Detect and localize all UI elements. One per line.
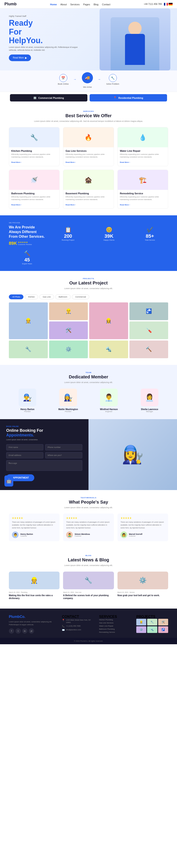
booking-image-panel: 👩‍🔧 [88, 419, 177, 490]
team-tag: TEAM [9, 372, 168, 374]
service-read-more-2[interactable]: Read More › [120, 161, 130, 163]
footer-project-thumb-1[interactable]: 🔧 [147, 619, 157, 625]
service-card-body-1: Gas Line Services Efficiently expanding … [63, 147, 113, 166]
contact-text-0: 1234 Main Street New York, NY 10001 [66, 619, 94, 624]
stats-rating: 89K ★★★★★ Customer Review [9, 241, 45, 246]
project-img-6[interactable]: 🔩 [89, 341, 128, 358]
service-read-more-1[interactable]: Read More › [66, 161, 76, 163]
location-input[interactable] [45, 452, 82, 458]
stat-icon-0: 📋 [50, 227, 86, 233]
team-name-3: Shelia Lawrence [131, 408, 168, 410]
service-card-1: 🔥 Gas Line Services Efficiently expandin… [63, 127, 114, 166]
author-title-0: Customer [20, 535, 33, 537]
project-img-5[interactable]: 👷‍♀️ [89, 302, 128, 339]
footer-services-list: Kitchen PlumbingGas Line ServicesWater L… [99, 619, 131, 633]
stat-label-0: Running Project [50, 239, 86, 241]
first-name-input[interactable] [6, 444, 43, 451]
service-icon-1: 🔥 [63, 127, 113, 147]
filter-tab-1[interactable]: Kitchen [25, 294, 38, 299]
language-selector[interactable] [164, 3, 173, 5]
service-card-title-3: Bathroom Plumbing [11, 192, 57, 195]
blog-tag: BLOG [9, 555, 168, 557]
blog-card-0: 👷 March 20, 2024 · Plumbing Making this … [9, 571, 60, 602]
footer-project-thumb-2[interactable]: 🛠️ [158, 619, 168, 625]
filter-tab-0[interactable]: All Photo [9, 294, 24, 299]
footer: PlumbCo. Lorem ipsum dolor sit amet, con… [0, 609, 177, 638]
nav-blog[interactable]: Blog [94, 3, 99, 6]
project-img-3[interactable]: 🛠️ [49, 321, 88, 339]
flag-french[interactable] [164, 3, 168, 5]
filter-tab-4[interactable]: Commercial [72, 294, 89, 299]
footer-project-thumb-5[interactable]: 🚰 [158, 626, 168, 633]
author-name-2: Marvel Gorrell [129, 533, 142, 535]
email-input[interactable] [6, 452, 43, 458]
author-name-1: Simon Mendosa [75, 533, 90, 535]
nav-pages[interactable]: Pages [83, 3, 90, 6]
message-input[interactable] [6, 460, 82, 471]
nav-about[interactable]: About [60, 3, 67, 6]
stat-icon-2: ✔️ [132, 227, 168, 233]
footer-service-item-4[interactable]: Remodeling Service [99, 631, 131, 633]
footer-project-thumb-0[interactable]: 👷 [136, 619, 146, 625]
feature-we-arrive: 🚚 We Arrive → [82, 74, 93, 88]
team-name-2: Winifred Harmon [90, 408, 128, 410]
project-img-4[interactable]: ⚙️ [49, 341, 88, 358]
stat-label-3: Expert Team [9, 263, 45, 265]
footer-projects-col: PROJECTS 👷🔧🛠️⚙️🔩🚰 [136, 615, 168, 634]
filter-tab-3[interactable]: Bathroom [55, 294, 71, 299]
commercial-plumbing-button[interactable]: 🏢 Commercial Plumbing [10, 94, 87, 101]
project-col-3: 👷‍♀️ 🔩 [89, 302, 128, 358]
project-img-7[interactable]: 🚰 [130, 302, 168, 320]
projects-grid: 👷 🔧 👷‍♂️ 🛠️ ⚙️ 👷‍♀️ 🔩 🚰 🪛 🔨 [9, 302, 168, 358]
testimonials-tag: TESTIMONIALS [9, 497, 168, 499]
footer-project-thumb-3[interactable]: ⚙️ [136, 626, 146, 633]
footer-service-item-2[interactable]: Water Line Repair [99, 625, 131, 627]
project-img-2[interactable]: 👷‍♂️ [49, 302, 88, 320]
footer-projects-grid: 👷🔧🛠️⚙️🔩🚰 [136, 619, 168, 633]
team-card-2: 👨‍💼 Winifred Harmon Engineer [90, 389, 128, 412]
service-card-title-5: Remodeling Service [120, 192, 166, 195]
testimonials-header: TESTIMONIALS What People's Say Lorem ips… [9, 497, 168, 509]
team-grid: 👨‍🔧 Henry Barton Plumber 👩‍🔧 Mattie Wash… [9, 389, 168, 412]
service-card-3: 🚿 Bathroom Plumbing Efficiently expandin… [9, 170, 60, 209]
feature-solve-label: Solve Problem [106, 83, 119, 85]
footer-project-thumb-4[interactable]: 🔩 [147, 626, 157, 633]
service-read-more-5[interactable]: Read More › [120, 204, 130, 206]
service-read-more-3[interactable]: Read More › [11, 204, 22, 206]
facebook-icon[interactable]: f [9, 628, 14, 633]
project-img-1[interactable]: 🔧 [9, 341, 48, 358]
youtube-icon[interactable]: yt [29, 628, 34, 633]
author-avatar-2: 👩 [120, 531, 127, 538]
services-tag: SERVICES [9, 110, 168, 112]
arrow-icon: ▶ [25, 56, 27, 59]
nav-contact[interactable]: Contact [102, 3, 110, 6]
nav-home[interactable]: Home [50, 3, 57, 6]
flag-german[interactable] [169, 3, 173, 5]
service-read-more-0[interactable]: Read More › [11, 161, 22, 163]
booking-form-panel: BOOK ONLINE Online Booking For Appointme… [0, 419, 88, 490]
service-read-more-4[interactable]: Read More › [66, 204, 76, 206]
project-img-0[interactable]: 👷 [9, 302, 48, 339]
hero-cta-button[interactable]: Read More ▶ [9, 55, 31, 61]
service-card-desc-4: Efficiently expanding your customer pipe… [66, 196, 111, 201]
footer-description: Lorem ipsum dolor sit amet, consectetur … [9, 621, 57, 626]
footer-service-item-0[interactable]: Kitchen Plumbing [99, 619, 131, 621]
filter-tab-2[interactable]: Gas Line [39, 294, 54, 299]
logo: Plumb [4, 2, 16, 6]
footer-contact-item-2: ✉️ info@plumbco.com [62, 628, 94, 631]
linkedin-icon[interactable]: in [22, 628, 28, 633]
phone-input[interactable] [45, 444, 82, 451]
footer-service-item-1[interactable]: Gas Line Services [99, 622, 131, 624]
twitter-icon[interactable]: t [15, 628, 21, 633]
service-type-buttons: 🏢 Commercial Plumbing 📍 Residential Plum… [0, 92, 177, 104]
project-img-8[interactable]: 🪛 [130, 321, 168, 339]
stat-icon-1: 😊 [91, 227, 127, 233]
nav-services[interactable]: Services [70, 3, 80, 6]
blog-meta-0: March 20, 2024 · Plumbing [9, 591, 60, 593]
booking-title: Online Booking For Appointments. [6, 428, 82, 438]
project-img-9[interactable]: 🔨 [130, 341, 168, 358]
logo-text: Plumb [4, 2, 16, 6]
booking-person-figure: 👩‍🔧 [88, 419, 177, 490]
residential-plumbing-button[interactable]: 📍 Residential Plumbing [90, 94, 167, 101]
footer-service-item-3[interactable]: Bathroom Plumbing [99, 628, 131, 630]
